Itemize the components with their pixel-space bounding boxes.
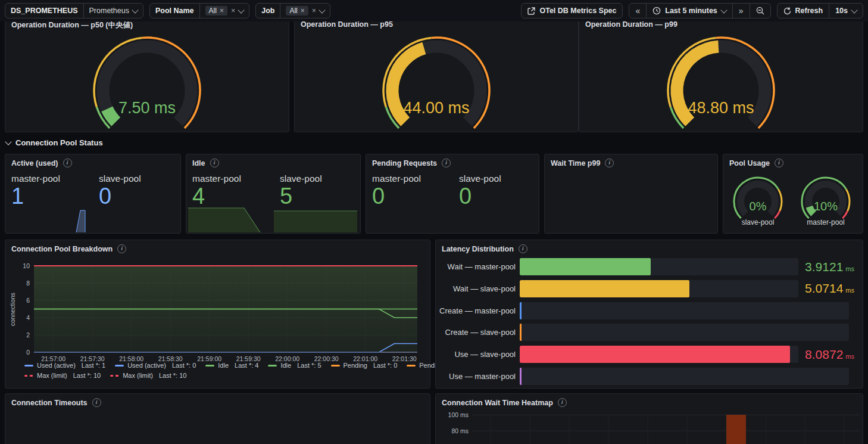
stat-value: 4 bbox=[192, 185, 241, 209]
job-select[interactable]: All × × bbox=[280, 3, 330, 18]
legend-item[interactable]: Max (limit)Last *: 10 bbox=[24, 372, 101, 379]
time-shift-back-button[interactable]: « bbox=[629, 3, 647, 18]
external-link-icon bbox=[527, 7, 535, 15]
bar-track[interactable] bbox=[520, 280, 798, 297]
legend-series-icon bbox=[110, 375, 119, 377]
filter-chip[interactable]: All × bbox=[205, 6, 227, 15]
legend-series-icon bbox=[115, 365, 124, 367]
legend-series-icon bbox=[407, 365, 416, 367]
legend-item[interactable]: Used (active)Last *: 1 bbox=[24, 362, 105, 369]
panel-latency-distribution: Latency Distributioni Wait — master-pool… bbox=[435, 240, 863, 389]
filter-chip-value: All bbox=[289, 7, 297, 15]
datasource-label: DS_PROMETHEUS bbox=[5, 3, 84, 18]
chevron-down-icon bbox=[238, 7, 245, 13]
bar-value: 3.9121ms bbox=[805, 260, 854, 274]
bar-value: 8.0872ms bbox=[805, 347, 854, 362]
panel-title[interactable]: Wait Time p99 bbox=[551, 159, 600, 167]
refresh-button[interactable]: Refresh bbox=[777, 3, 830, 18]
time-range-picker[interactable]: Last 5 minutes bbox=[646, 3, 733, 18]
pool-name-label: Pool Name bbox=[149, 3, 200, 18]
panel-connection-timeouts: Connection Timeoutsi bbox=[5, 393, 430, 444]
section-connection-pool-status[interactable]: Connection Pool Status bbox=[6, 138, 103, 147]
stat-label: slave-pool bbox=[280, 173, 322, 184]
bar-track[interactable] bbox=[520, 324, 849, 341]
legend-series-name: Max (limit) bbox=[37, 372, 67, 379]
legend-series-name: Used (active) bbox=[37, 362, 76, 369]
panel-title[interactable]: Pending Requests bbox=[372, 159, 437, 167]
spec-link-group: OTel DB Metrics Spec bbox=[521, 3, 623, 18]
info-icon[interactable]: i bbox=[605, 159, 614, 167]
legend-item[interactable]: PendingLast *: 0 bbox=[331, 362, 398, 369]
grafana-dashboard: Operation Duration — p50 (中央値) 7.50 ms O… bbox=[0, 0, 868, 444]
stat-label: master-pool bbox=[11, 173, 60, 184]
bar-track[interactable] bbox=[520, 258, 798, 275]
otel-spec-button[interactable]: OTel DB Metrics Spec bbox=[521, 3, 623, 18]
gauge-p99: 48.80 ms bbox=[579, 16, 863, 132]
legend-last-value: Last *: 0 bbox=[172, 362, 196, 369]
legend-item[interactable]: IdleLast *: 4 bbox=[205, 362, 258, 369]
panel-title[interactable]: Active (used) bbox=[11, 159, 58, 167]
time-picker-group: « Last 5 minutes » bbox=[629, 3, 770, 18]
legend-series-icon bbox=[268, 365, 277, 367]
refresh-group: Refresh 10s bbox=[777, 3, 863, 18]
time-shift-forward-button[interactable]: » bbox=[732, 3, 750, 18]
chevron-down-icon bbox=[851, 7, 857, 13]
stat-value: 5 bbox=[280, 185, 322, 209]
bar-track[interactable] bbox=[520, 302, 849, 319]
bar-gauge-row: Use — master-pool bbox=[436, 368, 863, 385]
datasource-select[interactable]: Prometheus bbox=[83, 3, 143, 18]
pool-name-select[interactable]: All × × bbox=[199, 3, 250, 18]
gauge-p50: 7.50 ms bbox=[5, 16, 289, 132]
zoom-out-button[interactable] bbox=[750, 3, 771, 18]
refresh-interval-value: 10s bbox=[835, 7, 848, 15]
job-label: Job bbox=[255, 3, 280, 18]
legend-last-value: Last *: 10 bbox=[159, 372, 186, 379]
chevron-down-icon bbox=[319, 7, 325, 13]
clear-all-icon[interactable]: × bbox=[231, 7, 235, 15]
legend-item[interactable]: Max (limit)Last *: 10 bbox=[110, 372, 186, 379]
info-icon[interactable]: i bbox=[210, 159, 219, 167]
info-icon[interactable]: i bbox=[442, 159, 451, 167]
stat-value: 1 bbox=[11, 185, 60, 209]
filter-chip[interactable]: All × bbox=[286, 6, 308, 15]
svg-text:100 ms: 100 ms bbox=[448, 411, 469, 418]
timeseries-chart[interactable]: 024681021:57:0021:57:3021:58:0021:58:302… bbox=[5, 240, 430, 363]
chart-legend-row: Used (active)Last *: 1Used (active)Last … bbox=[24, 362, 473, 369]
bar-track[interactable] bbox=[520, 346, 798, 363]
remove-chip-icon[interactable]: × bbox=[220, 7, 224, 15]
bar-label: Wait — slave-pool bbox=[436, 284, 516, 293]
svg-text:10%: 10% bbox=[814, 200, 838, 213]
legend-series-icon bbox=[331, 365, 340, 367]
panel-title[interactable]: Idle bbox=[192, 159, 205, 167]
panel-connection-wait-time-heatmap: Connection Wait Time Heatmapi 100 ms80 m… bbox=[435, 393, 863, 444]
magnifier-minus-icon bbox=[756, 7, 764, 15]
clock-icon bbox=[652, 7, 661, 15]
bar-track[interactable] bbox=[520, 368, 849, 385]
sparkline-idle bbox=[187, 206, 361, 232]
pool-name-filter: Pool Name All × × bbox=[149, 3, 249, 18]
stat-slave-pool: slave-pool 5 bbox=[280, 173, 322, 209]
legend-last-value: Last *: 4 bbox=[235, 362, 258, 369]
legend-item[interactable]: Used (active)Last *: 0 bbox=[115, 362, 196, 369]
info-icon[interactable]: i bbox=[63, 159, 72, 167]
svg-text:0: 0 bbox=[26, 349, 30, 356]
clear-all-icon[interactable]: × bbox=[312, 7, 316, 15]
panel-operation-duration-p50: Operation Duration — p50 (中央値) 7.50 ms bbox=[5, 15, 289, 132]
remove-chip-icon[interactable]: × bbox=[301, 7, 305, 15]
gauge-p95: 44.00 ms bbox=[295, 16, 578, 132]
filter-chip-value: All bbox=[209, 7, 217, 15]
heatmap-chart[interactable]: 100 ms80 ms60 ms bbox=[436, 394, 863, 444]
panel-title[interactable]: Connection Timeouts bbox=[11, 399, 88, 407]
info-icon[interactable]: i bbox=[92, 398, 101, 407]
stat-slave-pool: slave-pool 0 bbox=[459, 173, 501, 209]
svg-text:10: 10 bbox=[23, 262, 30, 269]
datasource-picker: DS_PROMETHEUS Prometheus bbox=[5, 3, 143, 18]
legend-item[interactable]: IdleLast *: 5 bbox=[268, 362, 321, 369]
legend-series-icon bbox=[24, 375, 33, 377]
sparkline-active-master bbox=[6, 209, 181, 232]
bar-fill bbox=[520, 368, 522, 385]
refresh-interval-select[interactable]: 10s bbox=[829, 3, 863, 18]
otel-spec-label: OTel DB Metrics Spec bbox=[539, 7, 616, 15]
section-title: Connection Pool Status bbox=[15, 138, 103, 147]
stat-label: slave-pool bbox=[99, 173, 141, 184]
